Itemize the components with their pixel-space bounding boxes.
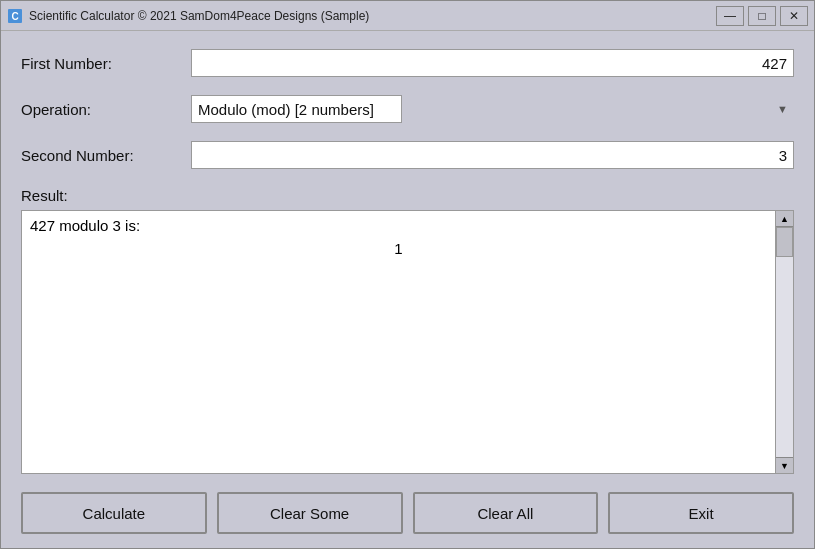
operation-select[interactable]: Modulo (mod) [2 numbers] Addition [2+ nu… [191,95,402,123]
scroll-up-button[interactable]: ▲ [776,211,793,227]
scroll-thumb[interactable] [776,227,793,257]
window-title: Scientific Calculator © 2021 SamDom4Peac… [29,9,369,23]
operation-label: Operation: [21,101,191,118]
scroll-down-button[interactable]: ▼ [776,457,793,473]
first-number-label: First Number: [21,55,191,72]
second-number-row: Second Number: [21,141,794,169]
scroll-track [776,227,793,457]
svg-text:C: C [11,11,18,22]
first-number-input[interactable] [191,49,794,77]
content-area: First Number: Operation: Modulo (mod) [2… [1,31,814,548]
result-line2: 1 [30,240,767,257]
title-bar-left: C Scientific Calculator © 2021 SamDom4Pe… [7,8,369,24]
buttons-row: Calculate Clear Some Clear All Exit [21,492,794,534]
maximize-button[interactable]: □ [748,6,776,26]
clear-all-button[interactable]: Clear All [413,492,599,534]
operation-row: Operation: Modulo (mod) [2 numbers] Addi… [21,95,794,123]
first-number-row: First Number: [21,49,794,77]
second-number-input[interactable] [191,141,794,169]
scrollbar[interactable]: ▲ ▼ [775,211,793,473]
calculate-button[interactable]: Calculate [21,492,207,534]
operation-select-wrapper: Modulo (mod) [2 numbers] Addition [2+ nu… [191,95,794,123]
minimize-button[interactable]: — [716,6,744,26]
result-box-container: 427 modulo 3 is: 1 ▲ ▼ [21,210,794,474]
main-window: C Scientific Calculator © 2021 SamDom4Pe… [0,0,815,549]
title-bar-controls: — □ ✕ [716,6,808,26]
result-box-outer: 427 modulo 3 is: 1 ▲ ▼ [21,210,794,474]
app-icon: C [7,8,23,24]
clear-some-button[interactable]: Clear Some [217,492,403,534]
result-label: Result: [21,187,794,204]
exit-button[interactable]: Exit [608,492,794,534]
second-number-label: Second Number: [21,147,191,164]
result-text-area: 427 modulo 3 is: 1 [22,211,775,473]
close-button[interactable]: ✕ [780,6,808,26]
result-line1: 427 modulo 3 is: [30,217,767,234]
title-bar: C Scientific Calculator © 2021 SamDom4Pe… [1,1,814,31]
